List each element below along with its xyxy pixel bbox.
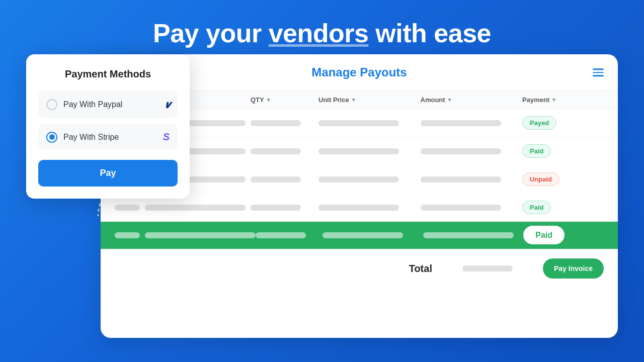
highlighted-row: Paid	[101, 222, 618, 249]
total-label: Total	[409, 263, 432, 275]
menu-bar-2	[593, 72, 604, 73]
total-amount-skeleton	[462, 265, 513, 272]
stripe-option[interactable]: Pay With Stripe S	[38, 124, 178, 150]
skeleton	[323, 232, 403, 238]
paypal-option[interactable]: Pay With Paypal 𝙫	[38, 91, 178, 118]
stripe-radio-inner	[49, 134, 55, 140]
status-badge: Paid	[522, 201, 551, 214]
menu-bar-1	[593, 68, 604, 70]
paypal-icon: 𝙫	[164, 98, 170, 111]
skeleton	[421, 148, 501, 154]
skeleton	[421, 120, 501, 126]
skeleton	[251, 205, 301, 211]
status-badge: Payed	[522, 116, 556, 130]
th-amount[interactable]: Amount ▼	[421, 96, 523, 104]
th-qty[interactable]: QTY ▼	[251, 96, 318, 104]
skeleton	[251, 148, 301, 154]
amount-chevron: ▼	[447, 97, 452, 103]
skeleton	[256, 232, 306, 238]
main-title: Pay your vendors with ease	[0, 0, 644, 48]
payment-chevron: ▼	[551, 97, 556, 103]
stripe-label: Pay With Stripe	[63, 133, 119, 142]
skeleton	[423, 232, 514, 238]
status-badge: Unpaid	[522, 172, 559, 186]
skeleton	[145, 232, 256, 238]
stripe-icon: S	[163, 131, 170, 143]
stripe-radio[interactable]	[46, 132, 57, 143]
th-unit-price[interactable]: Unit Price ▼	[318, 96, 421, 104]
skeleton	[318, 205, 399, 211]
skeleton	[421, 176, 501, 183]
payment-methods-card: Payment Methods Pay With Paypal 𝙫 Pay Wi…	[26, 54, 190, 199]
skeleton	[115, 232, 140, 238]
skeleton	[421, 205, 501, 211]
payment-card-title: Payment Methods	[38, 68, 178, 80]
skeleton	[318, 176, 399, 183]
panel-title: Manage Payouts	[311, 65, 407, 79]
status-badge: Paid	[522, 144, 551, 158]
pay-button[interactable]: Pay	[38, 160, 178, 187]
qty-chevron: ▼	[266, 97, 271, 103]
skeleton	[251, 176, 301, 183]
skeleton	[318, 148, 399, 154]
footer-row: Total Pay Invoice	[101, 249, 618, 288]
skeleton	[145, 205, 246, 211]
paypal-radio[interactable]	[46, 99, 57, 110]
menu-icon[interactable]	[593, 68, 604, 76]
menu-bar-3	[593, 75, 604, 76]
pay-invoice-button[interactable]: Pay Invoice	[543, 258, 604, 279]
unit-price-chevron: ▼	[351, 97, 356, 103]
th-payment[interactable]: Payment ▼	[522, 96, 604, 104]
highlighted-status-badge: Paid	[523, 226, 565, 244]
skeleton	[318, 120, 399, 126]
paypal-label: Pay With Paypal	[63, 100, 122, 109]
skeleton	[251, 120, 301, 126]
connector-arc-right	[578, 298, 618, 338]
